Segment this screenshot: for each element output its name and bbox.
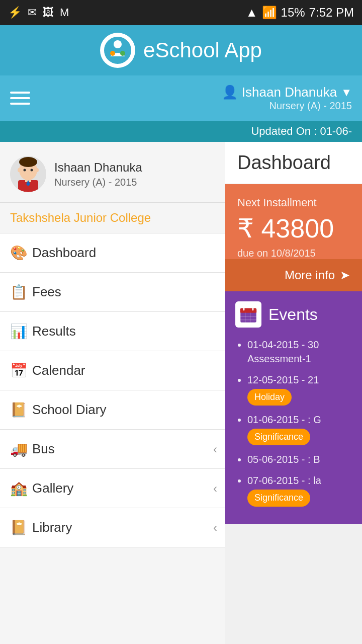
status-icons-right: ▲ 📶 15% 7:52 PM [246,6,354,20]
event-text-2: 12-05-2015 - 21 [247,374,319,385]
gmail-icon: M [60,6,69,19]
image-icon: 🖼 [43,6,54,19]
status-bar: ⚡ ✉ 🖼 M ▲ 📶 15% 7:52 PM [0,0,362,25]
event-text-1: 01-04-2015 - 30Assessment-1 [247,339,319,364]
fees-icon: 📋 [10,284,32,300]
battery-text: 15% [281,6,305,20]
email-icon: ✉ [28,6,37,19]
results-icon: 📊 [10,323,32,340]
sidebar-item-dashboard[interactable]: 🎨 Dashboard [0,233,225,273]
user-name-row[interactable]: 👤 Ishaan Dhanuka ▼ [222,85,352,100]
significance-badge-1: Significance [247,429,310,445]
svg-point-1 [114,40,122,48]
hamburger-line-2 [10,97,30,99]
sidebar-item-fees[interactable]: 📋 Fees [0,273,225,312]
bus-arrow-icon: ‹ [213,442,217,456]
usb-icon: ⚡ [8,6,22,19]
fees-label: Next Installment [237,196,350,209]
fees-card: Next Installment ₹ 43800 due on 10/8/201… [225,184,362,259]
wifi-icon: ▲ [246,6,258,20]
gallery-arrow-icon: ‹ [213,481,217,496]
updated-text: Updated On : 01-06- [251,125,352,137]
signal-icon: 📶 [262,6,277,20]
person-icon: 👤 [222,85,238,100]
calendar-icon: 📅 [10,362,32,379]
sidebar-item-label-library: Library [32,520,72,535]
library-icon: 📔 [10,519,32,536]
svg-point-3 [120,51,125,56]
user-class: Nursery (A) - 2015 [269,100,352,112]
bus-icon: 🚚 [10,441,32,457]
sidebar-item-results[interactable]: 📊 Results [0,312,225,351]
event-text-4: 05-06-2015 - : B [247,454,320,465]
app-logo [100,33,135,68]
dashboard-header: Dashboard [225,142,362,184]
user-name: Ishaan Dhanuka [242,85,337,100]
more-info-arrow-icon: ➤ [340,268,350,282]
user-info: 👤 Ishaan Dhanuka ▼ Nursery (A) - 2015 [222,85,352,112]
profile-area: Ishaan Dhanuka Nursery (A) - 2015 [0,142,225,203]
events-title: Events [268,305,318,324]
events-calendar-icon [235,301,261,328]
sidebar-item-label-calendar: Calendar [32,363,85,378]
svg-rect-16 [240,311,256,313]
list-item: 05-06-2015 - : B [247,452,352,466]
svg-point-10 [31,169,33,172]
main-layout: Ishaan Dhanuka Nursery (A) - 2015 Takshs… [0,142,362,644]
school-diary-icon: 📔 [10,401,32,418]
updated-banner: Updated On : 01-06- [0,121,362,142]
right-panel: Dashboard Next Installment ₹ 43800 due o… [225,142,362,644]
app-header: eSchool App [0,25,362,75]
time-display: 7:52 PM [309,6,354,20]
list-item: 01-06-2015 - : G Significance [247,413,352,445]
profile-name: Ishaan Dhanuka [54,160,142,175]
events-list: 01-04-2015 - 30Assessment-1 12-05-2015 -… [235,338,352,507]
dropdown-arrow-icon: ▼ [341,86,352,99]
sidebar-item-label-fees: Fees [32,284,61,300]
event-text-3: 01-06-2015 - : G [247,414,321,425]
sidebar-item-gallery[interactable]: 🏫 Gallery ‹ [0,469,225,508]
sidebar-item-label-bus: Bus [32,441,55,457]
sidebar-item-library[interactable]: 📔 Library ‹ [0,508,225,547]
status-icons-left: ⚡ ✉ 🖼 M [8,6,69,19]
more-info-label: More info [285,268,335,282]
hamburger-menu[interactable] [10,92,30,105]
svg-point-2 [110,51,115,56]
profile-details: Ishaan Dhanuka Nursery (A) - 2015 [54,160,142,188]
sidebar: Ishaan Dhanuka Nursery (A) - 2015 Takshs… [0,142,225,644]
events-header: Events [235,301,352,328]
hamburger-line-1 [10,92,30,94]
profile-class: Nursery (A) - 2015 [54,177,142,188]
holiday-badge: Holiday [247,389,292,406]
school-name: Takshshela Junior College [0,203,225,233]
fees-amount: ₹ 43800 [237,213,350,244]
app-title: eSchool App [143,38,262,62]
fees-due: due on 10/8/2015 [237,248,350,259]
sidebar-item-bus[interactable]: 🚚 Bus ‹ [0,430,225,469]
svg-point-12 [18,168,21,172]
avatar [10,156,46,192]
library-arrow-icon: ‹ [213,521,217,535]
sidebar-item-school-diary[interactable]: 📔 School Diary [0,390,225,430]
events-card: Events 01-04-2015 - 30Assessment-1 12-05… [225,291,362,524]
list-item: 07-06-2015 - : la Significance [247,473,352,506]
svg-point-8 [19,157,37,167]
toolbar: 👤 Ishaan Dhanuka ▼ Nursery (A) - 2015 [0,75,362,121]
sidebar-item-calendar[interactable]: 📅 Calendar [0,351,225,390]
list-item: 01-04-2015 - 30Assessment-1 [247,338,352,366]
hamburger-line-3 [10,103,30,105]
sidebar-item-label-results: Results [32,324,76,339]
list-item: 12-05-2015 - 21 Holiday [247,373,352,406]
svg-point-13 [36,168,39,172]
sidebar-item-label-dashboard: Dashboard [32,245,96,261]
sidebar-item-label-gallery: Gallery [32,480,73,496]
sidebar-item-label-school-diary: School Diary [32,402,106,418]
svg-point-9 [24,169,26,172]
more-info-button[interactable]: More info ➤ [225,259,362,291]
event-text-5: 07-06-2015 - : la [247,475,321,486]
dashboard-icon: 🎨 [10,245,32,261]
significance-badge-2: Significance [247,490,310,506]
gallery-icon: 🏫 [10,480,32,497]
